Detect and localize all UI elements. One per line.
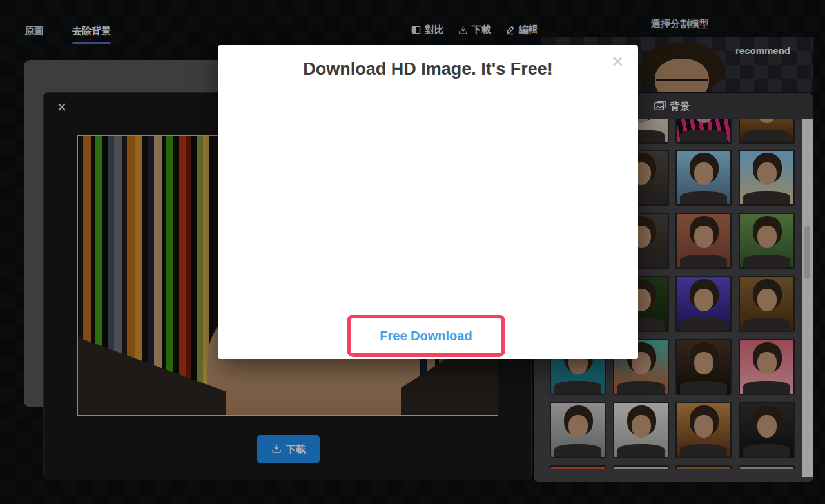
modal-title: Download HD Image. It's Free! [218, 59, 638, 79]
download-modal: Download HD Image. It's Free! ✕ Free Dow… [218, 45, 638, 359]
free-download-button[interactable]: Free Download [347, 315, 505, 357]
app-window: 原圖 去除背景 對比 下載 編輯 選擇分割模型 recommend [0, 0, 825, 504]
modal-close-icon[interactable]: ✕ [611, 54, 624, 70]
free-download-label: Free Download [380, 329, 472, 344]
